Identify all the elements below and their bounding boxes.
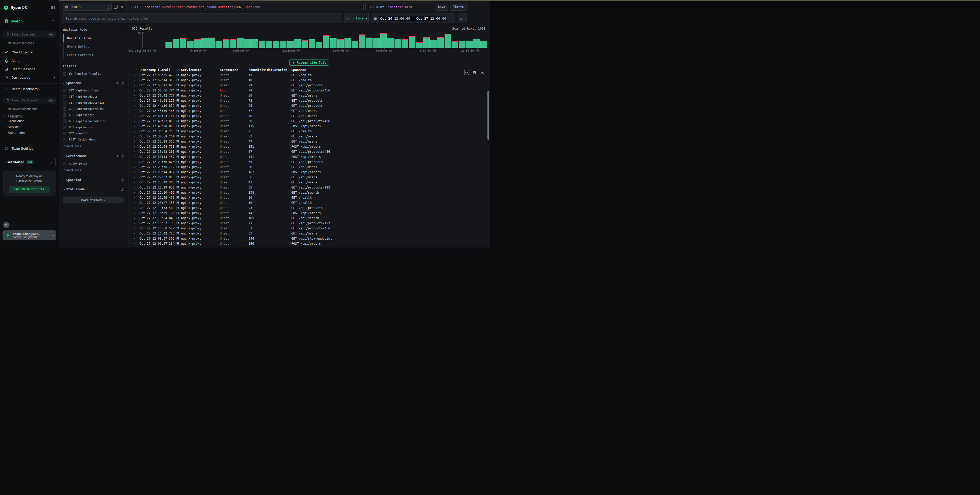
chart-bar[interactable] bbox=[273, 32, 280, 48]
filter-search-icon[interactable] bbox=[115, 154, 119, 158]
chart-bar[interactable] bbox=[409, 32, 415, 48]
chart-bar[interactable] bbox=[244, 32, 251, 48]
table-row[interactable]: Oct 27 12:29:30.712 PMnginx-proxyUnset56… bbox=[129, 164, 490, 170]
search-input[interactable] bbox=[62, 14, 342, 23]
chart-bar[interactable] bbox=[309, 32, 315, 48]
checkbox[interactable] bbox=[63, 138, 67, 141]
filter-option[interactable]: nginx-proxy bbox=[63, 161, 124, 167]
row-expand-chevron-icon[interactable] bbox=[130, 105, 137, 107]
table-row[interactable]: Oct 27 12:20:27.133 PMnginx-proxyUnset10… bbox=[129, 200, 490, 205]
chart-bar[interactable] bbox=[173, 32, 179, 48]
checkbox[interactable] bbox=[63, 72, 67, 76]
chart-bar[interactable] bbox=[459, 32, 466, 48]
column-header-timestamp[interactable]: Timestamp (Local) bbox=[137, 68, 179, 72]
preset-item-services[interactable]: Services bbox=[0, 124, 59, 130]
table-row[interactable]: Oct 27 12:30:23.261 PMnginx-proxyUnset67… bbox=[129, 149, 490, 154]
presets-toggle[interactable]: PRESETS bbox=[5, 115, 59, 118]
chart-bar[interactable] bbox=[180, 32, 186, 48]
table-row[interactable]: Oct 27 12:32:08.750 PMnginx-proxyUnset15… bbox=[129, 144, 490, 149]
row-expand-chevron-icon[interactable] bbox=[130, 213, 137, 214]
saved-searches-input[interactable]: Saved Searches ⌘K bbox=[3, 31, 56, 38]
chart-bar[interactable] bbox=[194, 32, 201, 48]
load-more-spanname[interactable]: Load more bbox=[63, 143, 124, 149]
alerts-button[interactable]: Alerts bbox=[450, 3, 466, 11]
row-expand-chevron-icon[interactable] bbox=[130, 218, 137, 219]
checkbox[interactable] bbox=[63, 132, 67, 135]
row-expand-chevron-icon[interactable] bbox=[130, 228, 137, 229]
checkbox[interactable] bbox=[63, 126, 67, 129]
pin-icon[interactable] bbox=[121, 81, 124, 85]
chart-bar[interactable] bbox=[208, 32, 215, 48]
chart-bar[interactable] bbox=[452, 32, 458, 48]
denoise-results-toggle[interactable]: Denoise Results bbox=[63, 72, 124, 76]
row-expand-chevron-icon[interactable] bbox=[130, 161, 137, 163]
chart-bar[interactable] bbox=[215, 32, 222, 48]
row-expand-chevron-icon[interactable] bbox=[130, 223, 137, 224]
user-menu[interactable]: D dominic.tran@clic... dominic.tran@clic… bbox=[3, 231, 56, 240]
table-row[interactable]: Oct 27 12:32:18.313 PMnginx-proxyUnset47… bbox=[129, 139, 490, 144]
chart-bar[interactable] bbox=[287, 32, 294, 48]
sidebar-item-dashboards[interactable]: Dashboards bbox=[0, 73, 59, 82]
row-expand-chevron-icon[interactable] bbox=[130, 141, 137, 142]
row-expand-chevron-icon[interactable] bbox=[130, 238, 137, 239]
row-expand-chevron-icon[interactable] bbox=[130, 177, 137, 178]
row-expand-chevron-icon[interactable] bbox=[130, 146, 137, 147]
row-expand-chevron-icon[interactable] bbox=[130, 151, 137, 153]
more-filters-button[interactable]: More filters bbox=[63, 197, 124, 203]
row-expand-chevron-icon[interactable] bbox=[130, 197, 137, 199]
chart-bar[interactable] bbox=[330, 32, 337, 48]
filter-option[interactable]: GET /api/products/456 bbox=[63, 106, 124, 112]
table-row[interactable]: Oct 27 12:44:10.832 PMnginx-proxyUnset95… bbox=[129, 103, 490, 108]
checkbox[interactable] bbox=[63, 95, 67, 98]
chart-bar[interactable] bbox=[430, 32, 437, 48]
filter-option[interactable]: GET /api/not-found bbox=[63, 88, 124, 94]
table-row[interactable]: Oct 27 12:19:53.482 PMnginx-proxyUnset93… bbox=[129, 205, 490, 210]
table-row[interactable]: Oct 27 12:06:27.284 PMnginx-proxyUnset15… bbox=[129, 241, 490, 246]
chart-bar[interactable] bbox=[380, 32, 387, 48]
filter-option[interactable]: GET /api/slow-endpoint bbox=[63, 118, 124, 124]
table-row[interactable]: Oct 27 12:57:14.313 PMnginx-proxyUnset10… bbox=[129, 78, 490, 83]
chart-bar[interactable] bbox=[473, 32, 480, 48]
chart-bar[interactable] bbox=[395, 32, 401, 48]
filter-group-servicename[interactable]: ServiceName bbox=[63, 154, 124, 158]
load-more-servicename[interactable]: Load more bbox=[63, 167, 124, 173]
sql-select-editor[interactable]: SELECT Timestamp,ServiceName,StatusCode,… bbox=[126, 3, 364, 11]
checkbox[interactable] bbox=[63, 89, 67, 92]
chart-bar[interactable] bbox=[230, 32, 237, 48]
table-row[interactable]: Oct 27 12:08:57.305 PMnginx-proxyUnset69… bbox=[129, 236, 490, 241]
analysis-mode-option[interactable]: Event Patterns bbox=[63, 51, 124, 59]
table-row[interactable]: Oct 27 12:40:20.093 PMnginx-proxyUnset17… bbox=[129, 124, 490, 129]
table-row[interactable]: Oct 27 12:41:23.754 PMnginx-proxyUnset58… bbox=[129, 113, 490, 118]
analysis-mode-option[interactable]: Results Table bbox=[63, 34, 124, 42]
row-expand-chevron-icon[interactable] bbox=[130, 110, 137, 111]
row-expand-chevron-icon[interactable] bbox=[130, 156, 137, 158]
row-expand-chevron-icon[interactable] bbox=[130, 131, 137, 132]
row-expand-chevron-icon[interactable] bbox=[130, 243, 137, 244]
chart-bar[interactable] bbox=[366, 32, 372, 48]
table-row[interactable]: Oct 27 12:27:33.918 PMnginx-proxyUnset56… bbox=[129, 175, 490, 180]
chart-bar[interactable] bbox=[302, 32, 308, 48]
filter-option[interactable]: GET /api/users bbox=[63, 124, 124, 130]
orderby-editor[interactable]: ORDER BY Timestamp DESC bbox=[365, 3, 433, 11]
table-row[interactable]: Oct 27 12:29:36.876 PMnginx-proxyUnset65… bbox=[129, 159, 490, 164]
sidebar-item-chart-explorer[interactable]: Chart Explorer bbox=[0, 48, 59, 56]
chart-bar[interactable] bbox=[223, 32, 229, 48]
filter-search-icon[interactable] bbox=[115, 81, 119, 85]
chart-bar[interactable] bbox=[158, 32, 165, 48]
chart-bar[interactable] bbox=[402, 32, 408, 48]
row-expand-chevron-icon[interactable] bbox=[130, 95, 137, 96]
table-row[interactable]: Oct 27 12:29:14.817 PMnginx-proxyUnset16… bbox=[129, 170, 490, 175]
checkbox[interactable] bbox=[63, 113, 67, 117]
chart-bar[interactable] bbox=[373, 32, 380, 48]
row-expand-chevron-icon[interactable] bbox=[130, 121, 137, 122]
language-lucene[interactable]: Lucene bbox=[356, 17, 367, 20]
chart-bar[interactable] bbox=[466, 32, 473, 48]
column-header-servicename[interactable]: ServiceName bbox=[179, 68, 218, 72]
filter-option[interactable]: GET /api/products bbox=[63, 94, 124, 100]
chart-bar[interactable] bbox=[266, 32, 272, 48]
table-row[interactable]: Oct 27 12:13:24.048 PMnginx-proxyUnset18… bbox=[129, 216, 490, 221]
resume-live-tail-button[interactable]: Resume Live Tail bbox=[289, 59, 329, 66]
row-expand-chevron-icon[interactable] bbox=[130, 207, 137, 209]
row-expand-chevron-icon[interactable] bbox=[130, 115, 137, 117]
table-row[interactable]: Oct 27 12:32:58.201 PMnginx-proxyUnset53… bbox=[129, 134, 490, 139]
